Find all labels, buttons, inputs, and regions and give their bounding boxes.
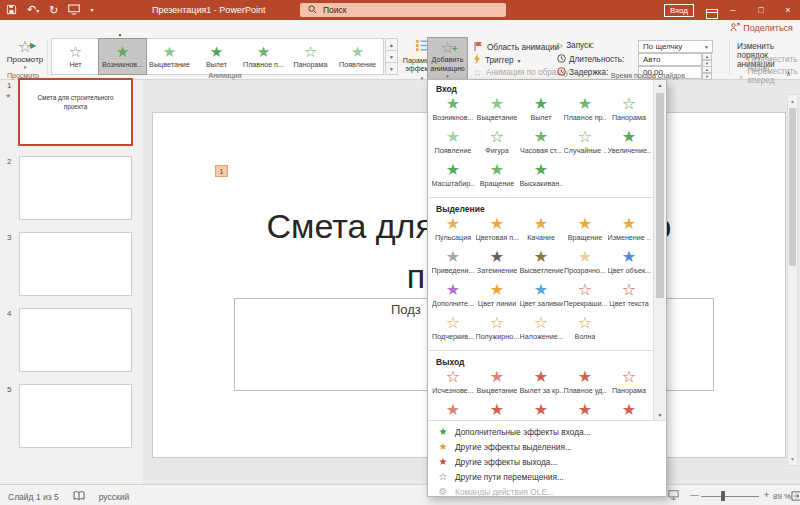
exit-effect-item[interactable]: ★ Выцветание — [475, 368, 519, 401]
exit-effect-item[interactable]: ★ Уменьшени... — [607, 401, 651, 420]
zoom-out-button[interactable]: — — [690, 490, 699, 500]
emphasis-effect-item[interactable]: ☆ Полужирно... — [475, 314, 519, 347]
emphasis-effect-item[interactable]: ★ Качание — [519, 215, 563, 248]
animation-sequence-badge[interactable]: 1 — [215, 165, 228, 177]
animation-style[interactable]: ★ Выцветание — [146, 39, 193, 74]
animation-style[interactable]: ★ Вылет — [193, 39, 240, 74]
entrance-effect-item[interactable]: ★ Увеличение... — [607, 128, 651, 161]
slide-thumbnail-item[interactable]: 1 ★ Смета для строительного проекта — [0, 80, 143, 156]
animation-style[interactable]: ☆ Панорама — [287, 39, 334, 74]
emphasis-effect-item[interactable]: ☆ Наложение... — [519, 314, 563, 347]
emphasis-effect-item[interactable]: ☆ Волна — [563, 314, 607, 347]
dropdown-menu-item[interactable]: ★ Другие эффекты выхода... — [428, 454, 666, 469]
save-icon[interactable] — [6, 4, 17, 17]
emphasis-effect-item[interactable]: ★ Изменение ... — [607, 215, 651, 248]
exit-effect-item[interactable]: ★ Появление — [431, 401, 475, 420]
redo-icon[interactable]: ↻ — [49, 5, 58, 16]
close-button[interactable]: × — [779, 0, 797, 20]
zoom-percentage[interactable]: 89 % — [773, 492, 791, 501]
exit-effect-item[interactable]: ☆ Панорама — [607, 368, 651, 401]
scroll-up-icon[interactable]: ▲ — [654, 82, 666, 88]
emphasis-effect-item[interactable]: ★ Вращение — [563, 215, 607, 248]
language-indicator[interactable]: русский — [99, 492, 130, 502]
exit-effect-item[interactable]: ★ Плавное уд... — [563, 368, 607, 401]
entrance-effect-item[interactable]: ★ Появление — [431, 128, 475, 161]
add-animation-button[interactable]: ☆＋ Добавить анимацию ▾ — [427, 37, 468, 80]
dropdown-menu-item[interactable]: ⚙ Команды действия OLE... — [428, 484, 666, 499]
emphasis-effect-item[interactable]: ☆ Цвет текста — [607, 281, 651, 314]
zoom-slider-track[interactable] — [701, 496, 759, 497]
gallery-more-icon[interactable]: ▼ — [385, 63, 398, 75]
gallery-scroll-up-icon[interactable]: ▲ — [385, 38, 398, 51]
entrance-effect-item[interactable]: ☆ Случайные ... — [563, 128, 607, 161]
dropdown-menu-item[interactable]: ★ Дополнительные эффекты входа... — [428, 424, 666, 439]
emphasis-effect-item[interactable]: ★ Дополните... — [431, 281, 475, 314]
entrance-effect-item[interactable]: ★ Масштабир... — [431, 161, 475, 194]
emphasis-effect-item[interactable]: ★ Цвет заливки — [519, 281, 563, 314]
emphasis-effect-item[interactable]: ★ Высветление — [519, 248, 563, 281]
scrollbar-thumb[interactable] — [789, 108, 796, 266]
entrance-effect-item[interactable]: ☆ Фигура — [475, 128, 519, 161]
slide-thumbnail[interactable] — [19, 232, 132, 296]
emphasis-effect-item[interactable]: ★ Цветовая п... — [475, 215, 519, 248]
exit-effect-item[interactable]: ★ Фигура — [475, 401, 519, 420]
customize-qat-icon[interactable]: ▾ — [90, 5, 93, 16]
scroll-down-icon[interactable]: ▼ — [788, 456, 797, 462]
slide-panel[interactable]: 1 ★ Смета для строительного проекта 2 ★ … — [0, 80, 143, 484]
minimize-button[interactable]: – — [724, 0, 742, 20]
dropdown-scrollbar[interactable]: ▲ ▼ — [653, 80, 666, 420]
search-box[interactable]: Поиск — [300, 3, 506, 17]
animation-style[interactable]: ★ Плавное п... — [240, 39, 287, 74]
duration-input[interactable]: Авто — [638, 53, 702, 66]
zoom-in-button[interactable]: + — [764, 490, 769, 500]
entrance-effect-item[interactable]: ★ Часовая ст... — [519, 128, 563, 161]
share-button[interactable]: Поделиться — [730, 22, 793, 34]
exit-effect-item[interactable]: ☆ Исчезнове... — [431, 368, 475, 401]
dropdown-menu-item[interactable]: ☆ Другие пути перемещения... — [428, 469, 666, 484]
entrance-effect-item[interactable]: ★ Вылет — [519, 95, 563, 128]
delay-spinner[interactable]: ▲▼ — [702, 66, 712, 79]
start-select[interactable]: По щелчку ▼ — [638, 40, 713, 53]
emphasis-effect-item[interactable]: ★ Прозрачно... — [563, 248, 607, 281]
animation-painter-button[interactable]: ☆ Анимация по образцу — [473, 67, 569, 78]
entrance-effect-item[interactable]: ☆ Панорама — [607, 95, 651, 128]
slide-thumbnail[interactable] — [19, 156, 132, 220]
spellcheck-book-icon[interactable] — [73, 491, 85, 503]
duration-spinner[interactable]: ▲▼ — [702, 53, 712, 66]
sign-in-button[interactable]: Вход — [664, 4, 694, 17]
emphasis-effect-item[interactable]: ★ Пульсация — [431, 215, 475, 248]
maximize-button[interactable]: □ — [752, 0, 770, 20]
dropdown-menu-item[interactable]: ★ Другие эффекты выделения... — [428, 439, 666, 454]
trigger-button[interactable]: Триггер ▾ — [473, 54, 521, 66]
entrance-effect-item[interactable]: ★ Возникнов... — [431, 95, 475, 128]
zoom-slider-thumb[interactable] — [721, 491, 725, 501]
exit-effect-item[interactable]: ★ Вылет за кр... — [519, 368, 563, 401]
entrance-effect-item[interactable]: ★ Плавное пр... — [563, 95, 607, 128]
emphasis-effect-item[interactable]: ☆ Подчеркив... — [431, 314, 475, 347]
scroll-down-icon[interactable]: ▼ — [654, 412, 666, 418]
entrance-effect-item[interactable]: ★ Выцветание — [475, 95, 519, 128]
fit-slide-icon[interactable] — [791, 491, 800, 503]
exit-effect-item[interactable]: ★ Случайные ... — [563, 401, 607, 420]
exit-effect-item[interactable]: ★ Часовая ст... — [519, 401, 563, 420]
slide-thumbnail[interactable] — [19, 384, 132, 448]
slide-thumbnail[interactable]: Смета для строительного проекта — [18, 78, 133, 146]
animation-style[interactable]: ☆ Нет — [52, 39, 99, 74]
animation-pane-button[interactable]: Область анимации — [473, 41, 559, 53]
preview-button[interactable]: ☆▶ Просмотр ▾ — [6, 38, 44, 70]
canvas-scrollbar[interactable]: ▲ ▼ — [787, 94, 798, 466]
emphasis-effect-item[interactable]: ★ Приведени... — [431, 248, 475, 281]
slide-thumbnail-item[interactable]: 4 ★ — [0, 308, 143, 384]
slide-thumbnail-item[interactable]: 3 ★ — [0, 232, 143, 308]
start-slideshow-icon[interactable] — [68, 4, 80, 17]
gallery-scroll-down-icon[interactable]: ▼ — [385, 51, 398, 63]
collapse-ribbon-icon[interactable]: ∧ — [786, 70, 791, 78]
slide-thumbnail[interactable] — [19, 308, 132, 372]
emphasis-effect-item[interactable]: ☆ Перекраши... — [563, 281, 607, 314]
animation-style[interactable]: ★ Возникнов... — [99, 39, 146, 74]
emphasis-effect-item[interactable]: ★ Затемнение — [475, 248, 519, 281]
scroll-up-icon[interactable]: ▲ — [788, 98, 797, 104]
slide-thumbnail-item[interactable]: 5 ★ — [0, 384, 143, 460]
entrance-effect-item[interactable]: ★ Вращение — [475, 161, 519, 194]
slide-thumbnail-item[interactable]: 2 ★ — [0, 156, 143, 232]
